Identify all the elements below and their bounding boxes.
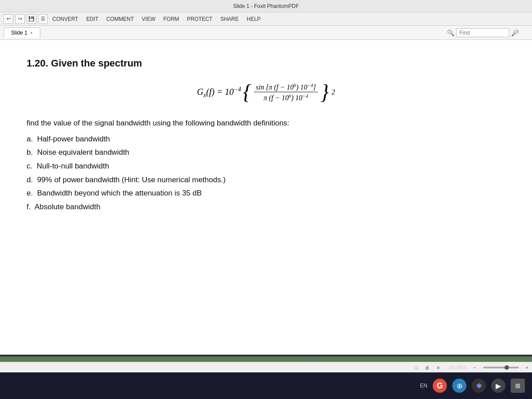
formula-exponent: 2	[332, 88, 335, 96]
list-text-d: 99% of power bandwidth (Hint: Use numeri…	[37, 176, 226, 184]
taskbar-media-icon: ▶	[491, 379, 505, 393]
menu-protect[interactable]: PROTECT	[184, 15, 216, 23]
status-icon-3: ≡	[437, 365, 439, 370]
tab-close-button[interactable]: ×	[30, 31, 33, 35]
taskbar-right: EN G ⊕ ✱ ▶ ⊞	[420, 379, 525, 393]
list-label-c: c.	[27, 162, 35, 170]
toolbar: Slide 1 × 🔍 🔎	[0, 26, 532, 40]
zoom-bar	[483, 367, 519, 368]
toolbar-icon-menu[interactable]: ☰	[38, 14, 48, 24]
list-text-e: Bandwidth beyond which the attenuation i…	[37, 189, 202, 197]
list-label-f: f.	[27, 203, 33, 211]
window-title: Slide 1 - Foxit PhantomPDF	[233, 3, 299, 9]
formula-container: Gx(f) = 10−4 { sin [π (f − 106) 10−4] π …	[27, 82, 505, 103]
page-content: 1.20. Given the spectrum Gx(f) = 10−4 { …	[27, 58, 505, 341]
list-item-f: f. Absolute bandwidth	[27, 200, 505, 214]
menu-form[interactable]: FORM	[160, 15, 182, 23]
menu-view[interactable]: VIEW	[138, 15, 159, 23]
find-input[interactable]	[456, 28, 509, 37]
menu-share[interactable]: SHARE	[217, 15, 242, 23]
title-bar: Slide 1 - Foxit PhantomPDF	[0, 0, 532, 12]
menu-convert[interactable]: CONVERT	[49, 15, 82, 23]
window-layout-icon: □	[415, 365, 418, 370]
list-container: a. Half-power bandwidth b. Noise equival…	[27, 133, 505, 214]
menu-edit[interactable]: EDIT	[82, 15, 102, 23]
tab-label: Slide 1	[11, 30, 27, 36]
taskbar-icon-square: ⊞	[511, 379, 525, 393]
list-text-b: Noise equivalent bandwidth	[37, 148, 129, 156]
list-item-e: e. Bandwidth beyond which the attenuatio…	[27, 187, 505, 200]
list-text-c: Null-to-null bandwidth	[37, 162, 109, 170]
menu-comment[interactable]: COMMENT	[103, 15, 137, 23]
list-label-e: e.	[27, 189, 35, 197]
taskbar-icon-g: G	[433, 379, 447, 393]
tab-slide1[interactable]: Slide 1 ×	[4, 27, 40, 38]
list-text-a: Half-power bandwidth	[37, 135, 110, 143]
toolbar-icon-forward[interactable]: ↪	[15, 14, 25, 24]
list-item-c: c. Null-to-null bandwidth	[27, 160, 505, 173]
section-title: 1.20. Given the spectrum	[27, 58, 505, 69]
list-item-d: d. 99% of power bandwidth (Hint: Use num…	[27, 173, 505, 187]
formula-lhs: Gx(f) = 10−4	[197, 86, 241, 99]
formula-fraction: sin [π (f − 106) 10−4] π (f − 106) 10−4	[254, 82, 318, 102]
menu-bar: ↩ ↪ 💾 ☰ CONVERT EDIT COMMENT VIEW FORM P…	[0, 12, 532, 26]
list-label-a: a.	[27, 135, 35, 143]
toolbar-icon-save[interactable]: 💾	[27, 14, 36, 24]
list-label-b: b.	[27, 148, 35, 156]
list-item-b: b. Noise equivalent bandwidth	[27, 146, 505, 160]
status-icon-2: 🖨	[425, 365, 430, 370]
taskbar: EN G ⊕ ✱ ▶ ⊞	[0, 372, 532, 399]
find-box: 🔍 🔎	[447, 28, 519, 37]
formula-denominator: π (f − 106) 10−4	[262, 93, 310, 102]
zoom-plus-button[interactable]: +	[526, 365, 528, 370]
main-content: 1.20. Given the spectrum Gx(f) = 10−4 { …	[0, 40, 532, 355]
close-brace: }	[321, 82, 329, 103]
open-brace: {	[243, 82, 251, 103]
menu-help[interactable]: HELP	[243, 15, 264, 23]
formula-numerator: sin [π (f − 106) 10−4]	[254, 82, 318, 92]
taskbar-browser-icon: ⊕	[452, 379, 466, 393]
list-label-d: d.	[27, 176, 35, 184]
zoom-level: 134.38%	[447, 365, 466, 370]
toolbar-icon-back[interactable]: ↩	[4, 14, 13, 24]
find-icon: 🔍	[447, 29, 454, 36]
list-item-a: a. Half-power bandwidth	[27, 133, 505, 146]
zoom-minus-button[interactable]: −	[473, 365, 476, 370]
math-formula: Gx(f) = 10−4 { sin [π (f − 106) 10−4] π …	[197, 82, 335, 103]
list-text-f: Absolute bandwidth	[35, 203, 100, 211]
body-text: find the value of the signal bandwidth u…	[27, 117, 505, 130]
status-bar: □ 🖨 ≡ 134.38% − +	[0, 362, 532, 372]
language-indicator: EN	[420, 383, 427, 389]
find-search-button[interactable]: 🔎	[511, 29, 519, 36]
taskbar-bluetooth-icon: ✱	[472, 379, 486, 393]
